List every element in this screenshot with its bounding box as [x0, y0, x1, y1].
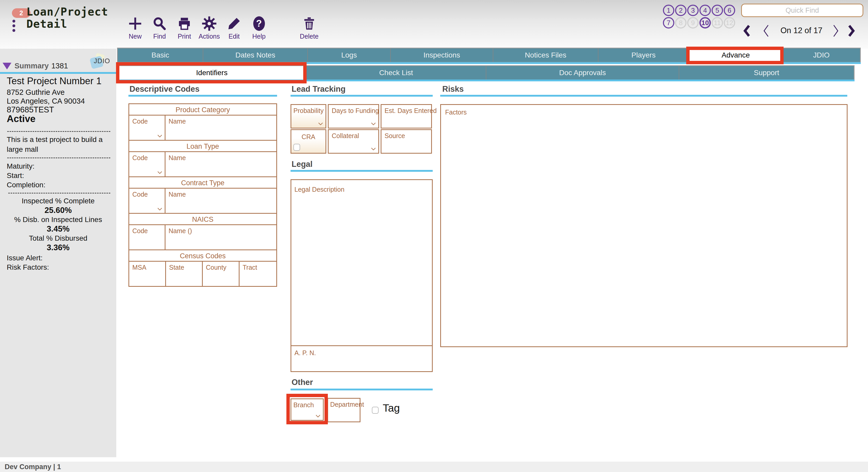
collateral-field[interactable]: Collateral	[328, 129, 379, 154]
trash-icon	[297, 15, 321, 32]
delete-button[interactable]: Delete	[297, 15, 321, 42]
main-tab-underline	[117, 62, 861, 64]
top-toolbar: 2 Loan/Project Detail New Find Print	[0, 0, 868, 49]
divider	[7, 131, 110, 132]
find-button[interactable]: Find	[147, 15, 172, 42]
legal-description-field[interactable]: Legal Description	[290, 179, 433, 346]
loan-type-header: Loan Type	[129, 141, 276, 152]
tab-logs[interactable]: Logs	[308, 49, 391, 62]
census-tract-field[interactable]: Tract	[240, 262, 276, 286]
gear-icon	[197, 15, 222, 32]
pager-circle-3[interactable]: 3	[687, 5, 699, 16]
apn-field[interactable]: A. P. N.	[290, 345, 433, 372]
pager-circle-10[interactable]: 10	[700, 17, 711, 29]
tab-advance[interactable]: Advance	[689, 49, 783, 62]
status-bar: Dev Company | 1	[0, 462, 868, 472]
source-field[interactable]: Source	[381, 129, 432, 154]
risk-factors-field[interactable]: Factors	[440, 104, 847, 347]
chevron-down-icon	[371, 122, 376, 125]
loan-type-name-field[interactable]: Name	[165, 152, 276, 176]
loan-type-group: Loan Type Code Name	[128, 140, 277, 177]
help-button[interactable]: ? Help	[247, 15, 271, 42]
pager-circle-11[interactable]: 11	[712, 17, 723, 29]
previous-record-icon[interactable]	[762, 24, 770, 37]
quick-find-input[interactable]	[741, 4, 863, 17]
collapse-triangle-icon[interactable]	[3, 63, 11, 69]
pager-circle-8[interactable]: 8	[675, 17, 686, 29]
tab-jdio[interactable]: JDIO	[783, 49, 860, 62]
pager-circle-2[interactable]: 2	[675, 5, 686, 16]
main-tab-bar: Basic Dates Notes Logs Inspections Notic…	[117, 48, 861, 63]
pager-circle-4[interactable]: 4	[700, 5, 711, 16]
department-field[interactable]: Department	[327, 398, 361, 422]
chevron-down-icon	[157, 135, 162, 137]
pager-circle-7[interactable]: 7	[663, 17, 674, 29]
subtab-identifiers[interactable]: Identifiers	[118, 66, 306, 80]
last-record-icon[interactable]	[847, 24, 856, 37]
branch-field[interactable]: Branch	[290, 399, 324, 421]
company-record-label: Dev Company | 1	[5, 463, 61, 471]
risk-factors-label: Risk Factors:	[7, 263, 49, 271]
edit-button[interactable]: Edit	[222, 15, 247, 42]
product-category-name-field[interactable]: Name	[165, 116, 276, 140]
subtab-check-list[interactable]: Check List	[306, 66, 486, 80]
tab-dates-notes[interactable]: Dates Notes	[203, 49, 308, 62]
loan-number: 879685TEST	[7, 105, 54, 115]
probability-field[interactable]: Probability	[290, 104, 326, 128]
risks-underline	[440, 95, 847, 97]
cra-field: CRA	[290, 129, 326, 154]
chevron-down-icon	[157, 208, 162, 210]
naics-code-field[interactable]: Code	[129, 225, 165, 249]
tag-checkbox[interactable]	[372, 407, 379, 414]
tab-inspections[interactable]: Inspections	[391, 49, 493, 62]
chevron-down-icon	[316, 415, 320, 417]
product-category-code-field[interactable]: Code	[129, 116, 165, 140]
days-to-funding-field[interactable]: Days to Funding	[328, 104, 379, 128]
sub-tab-underline	[117, 80, 855, 81]
est-days-entered-field[interactable]: Est. Days Entered	[381, 104, 432, 128]
descriptive-codes-title: Descriptive Codes	[129, 84, 200, 94]
pager-circle-1[interactable]: 1	[663, 5, 674, 16]
pager-circle-5[interactable]: 5	[712, 5, 723, 16]
metric1-value: 25.60%	[0, 206, 116, 215]
census-state-field[interactable]: State	[166, 262, 203, 286]
print-button[interactable]: Print	[172, 15, 197, 42]
subtab-support[interactable]: Support	[679, 66, 854, 80]
pager-circle-9[interactable]: 9	[687, 17, 699, 29]
subtab-doc-approvals[interactable]: Doc Approvals	[486, 66, 679, 80]
census-codes-group: Census Codes MSA State County Tract	[128, 249, 277, 287]
product-category-group: Product Category Code Name	[128, 104, 277, 141]
project-description: This is a test project to build a large …	[7, 135, 110, 154]
actions-button[interactable]: Actions	[197, 15, 222, 42]
sub-tab-bar: Identifiers Check List Doc Approvals Sup…	[117, 65, 855, 80]
pager-circle-12[interactable]: 12	[724, 17, 735, 29]
contract-type-name-field[interactable]: Name	[165, 188, 276, 213]
tab-players[interactable]: Players	[598, 49, 689, 62]
loan-type-code-field[interactable]: Code	[129, 152, 165, 176]
metric3-label: Total % Disbursed	[0, 234, 116, 242]
cra-checkbox[interactable]	[293, 144, 300, 151]
other-title: Other	[291, 378, 313, 387]
contract-type-code-field[interactable]: Code	[129, 188, 165, 213]
address-line1: 8752 Guthrie Ave	[7, 88, 65, 97]
divider	[8, 193, 110, 194]
new-button[interactable]: New	[123, 15, 148, 42]
tab-notices-files[interactable]: Notices Files	[493, 49, 598, 62]
naics-name-field[interactable]: Name ()	[165, 225, 276, 249]
next-record-icon[interactable]	[832, 24, 839, 37]
census-county-field[interactable]: County	[203, 262, 240, 286]
pager-circle-6[interactable]: 6	[724, 5, 735, 16]
jdio-icon: JDIO	[90, 54, 114, 70]
naics-header: NAICS	[129, 214, 276, 225]
kebab-menu-icon[interactable]	[12, 20, 16, 33]
first-record-icon[interactable]	[742, 24, 751, 37]
risks-title: Risks	[442, 84, 464, 94]
naics-group: NAICS Code Name ()	[128, 213, 277, 250]
start-label: Start:	[7, 172, 24, 180]
descriptive-codes-table: Product Category Code Name Loan Type Cod…	[128, 104, 277, 287]
census-msa-field[interactable]: MSA	[129, 262, 166, 286]
metric2-value: 3.45%	[0, 224, 116, 234]
status-text: Active	[7, 114, 35, 124]
tab-basic[interactable]: Basic	[118, 49, 203, 62]
chevron-down-icon	[371, 148, 376, 150]
